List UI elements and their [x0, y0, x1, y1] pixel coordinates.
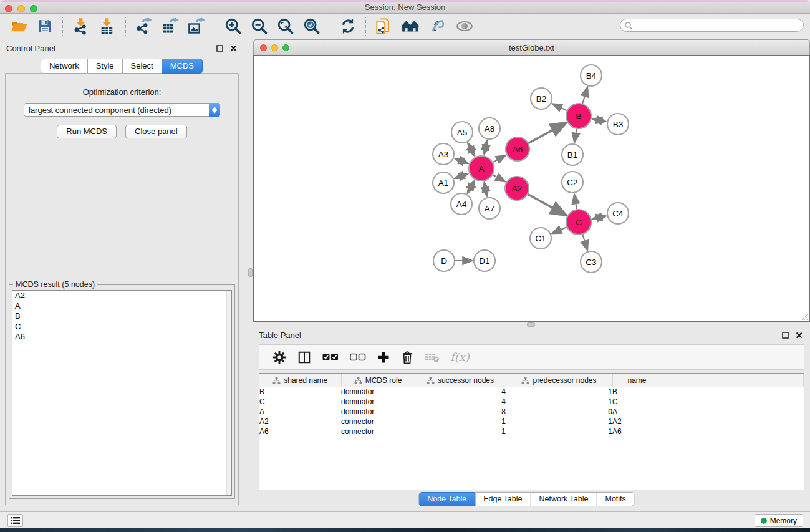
graph-edge-B-B3[interactable]: [593, 119, 606, 122]
graph-node-B2[interactable]: B2: [531, 88, 552, 109]
tab-mcds[interactable]: MCDS: [162, 59, 203, 74]
graph-node-C1[interactable]: C1: [530, 228, 551, 249]
table-header-row[interactable]: shared nameMCDS rolesuccessor nodesprede…: [259, 374, 804, 387]
tab-edge-table[interactable]: Edge Table: [475, 492, 531, 506]
run-mcds-button[interactable]: Run MCDS: [57, 125, 117, 138]
function-builder-button[interactable]: f(x): [445, 351, 475, 364]
graph-edge-A2-C[interactable]: [528, 195, 566, 215]
table-cell[interactable]: 0: [506, 407, 612, 417]
table-cell[interactable]: 1: [506, 427, 612, 437]
table-row[interactable]: Adominator80A: [259, 407, 804, 417]
graph-edge-B-B4[interactable]: [582, 87, 587, 104]
import-table-button[interactable]: [94, 16, 120, 36]
tab-network-table[interactable]: Network Table: [531, 492, 597, 506]
result-list-item[interactable]: B: [12, 311, 231, 322]
graph-node-A6[interactable]: A6: [506, 137, 529, 161]
select-all-columns-button[interactable]: [317, 353, 344, 362]
graph-edge-B-B1[interactable]: [574, 129, 576, 143]
refresh-button[interactable]: [335, 16, 360, 36]
graph-node-C4[interactable]: C4: [607, 203, 629, 224]
table-cell[interactable]: 1: [506, 387, 612, 397]
table-cell[interactable]: 1: [506, 417, 612, 427]
zoom-out-button[interactable]: [246, 16, 272, 36]
table-cell[interactable]: A2: [259, 417, 341, 427]
graph-node-D[interactable]: D: [433, 250, 455, 271]
tab-style[interactable]: Style: [88, 59, 123, 74]
mcds-result-list[interactable]: A2ABCA6: [12, 290, 232, 496]
graph-node-A7[interactable]: A7: [479, 198, 500, 219]
network-window-titlebar[interactable]: testGlobe.txt: [253, 39, 810, 55]
graph-node-C3[interactable]: C3: [581, 251, 602, 273]
graph-node-C[interactable]: C: [566, 210, 591, 235]
table-cell[interactable]: 4: [415, 387, 506, 397]
unselect-all-columns-button[interactable]: [344, 353, 372, 362]
table-cell[interactable]: A: [259, 407, 341, 417]
graph-node-B4[interactable]: B4: [581, 65, 602, 86]
table-cell[interactable]: dominator: [341, 387, 415, 397]
result-list-item[interactable]: C: [12, 322, 231, 332]
graph-edge-A-A5[interactable]: [468, 143, 475, 156]
table-row[interactable]: A2connector11A2: [259, 417, 804, 427]
table-cell[interactable]: B: [612, 387, 662, 397]
table-cell[interactable]: A6: [259, 427, 341, 437]
graph-node-A5[interactable]: A5: [451, 122, 473, 143]
table-cell[interactable]: A6: [612, 427, 662, 437]
float-panel-icon[interactable]: [782, 332, 789, 339]
column-header[interactable]: shared name: [259, 374, 341, 387]
table-cell[interactable]: C: [259, 397, 341, 407]
tab-network[interactable]: Network: [41, 59, 88, 74]
graph-edge-A-A7[interactable]: [485, 183, 487, 196]
column-header[interactable]: MCDS role: [341, 374, 415, 387]
graph-node-B1[interactable]: B1: [562, 144, 583, 165]
delete-column-button[interactable]: [395, 351, 419, 364]
criterion-select[interactable]: largest connected component (directed): [24, 103, 220, 117]
graph-edge-C-C2[interactable]: [574, 195, 577, 209]
table-cell[interactable]: A2: [612, 417, 662, 427]
show-columns-button[interactable]: [292, 351, 317, 364]
float-panel-icon[interactable]: [216, 45, 223, 52]
export-network-button[interactable]: [131, 16, 157, 36]
graph-edge-A-A2[interactable]: [493, 175, 505, 181]
result-list-scrollbar[interactable]: [226, 291, 231, 495]
delete-table-button[interactable]: [419, 352, 445, 363]
graph-node-B3[interactable]: B3: [607, 114, 629, 135]
show-graphics-details-button[interactable]: [451, 16, 478, 36]
tab-motifs[interactable]: Motifs: [597, 492, 634, 506]
zoom-fit-button[interactable]: [272, 16, 299, 36]
zoom-in-button[interactable]: [220, 16, 246, 36]
open-session-button[interactable]: [6, 16, 32, 36]
network-vertical-scrollbar[interactable]: [248, 55, 253, 322]
table-cell[interactable]: 1: [415, 427, 506, 437]
export-table-button[interactable]: [157, 16, 183, 36]
graph-edge-A-A3[interactable]: [455, 158, 468, 163]
zoom-selected-button[interactable]: [299, 16, 325, 36]
table-row[interactable]: A6connector11A6: [259, 427, 804, 437]
graph-node-A2[interactable]: A2: [505, 177, 529, 200]
graph-edge-A-A6[interactable]: [493, 155, 506, 162]
result-list-item[interactable]: A: [12, 301, 231, 312]
table-cell[interactable]: C: [612, 397, 662, 407]
column-header[interactable]: predecessor nodes: [506, 374, 612, 387]
search-input[interactable]: [633, 21, 803, 30]
node-table[interactable]: shared nameMCDS rolesuccessor nodesprede…: [259, 373, 804, 490]
close-panel-button[interactable]: Close panel: [125, 125, 187, 138]
network-canvas[interactable]: AA6A2BCA5A8A3A1A4A7B2B4B3B1C2C4C1C3DD1: [253, 55, 810, 322]
graph-node-A4[interactable]: A4: [451, 193, 472, 215]
close-panel-icon[interactable]: [230, 45, 237, 52]
graph-edge-B-B2[interactable]: [552, 104, 567, 110]
table-row[interactable]: Cdominator41C: [259, 397, 804, 407]
graph-node-B[interactable]: B: [566, 104, 591, 128]
graph-edge-A6-B[interactable]: [529, 123, 566, 143]
create-column-button[interactable]: [372, 351, 395, 364]
table-cell[interactable]: 1: [506, 397, 612, 407]
graph-node-A8[interactable]: A8: [479, 118, 500, 139]
table-settings-button[interactable]: [267, 351, 292, 364]
graph-edge-C-C1[interactable]: [552, 227, 566, 233]
graph-edge-C-C3[interactable]: [582, 235, 587, 250]
save-session-button[interactable]: [32, 16, 57, 36]
column-header[interactable]: name: [612, 374, 662, 387]
graph-edge-A-A4[interactable]: [468, 181, 475, 193]
table-cell[interactable]: 4: [415, 397, 506, 407]
import-network-button[interactable]: [68, 16, 94, 36]
graph-edge-A-A8[interactable]: [485, 141, 487, 155]
